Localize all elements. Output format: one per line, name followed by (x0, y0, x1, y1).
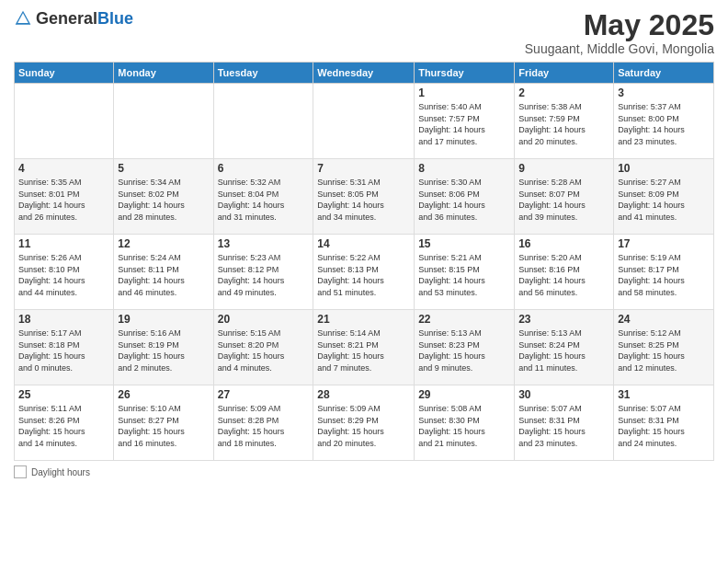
logo-general: General (36, 9, 97, 28)
day-detail: Sunrise: 5:16 AM Sunset: 8:19 PM Dayligh… (118, 327, 209, 373)
calendar-cell: 19Sunrise: 5:16 AM Sunset: 8:19 PM Dayli… (114, 310, 213, 385)
day-number: 28 (317, 388, 410, 401)
day-number: 23 (518, 313, 609, 326)
calendar-header-saturday: Saturday (614, 63, 714, 84)
day-number: 18 (18, 313, 109, 326)
day-number: 1 (418, 86, 510, 99)
day-detail: Sunrise: 5:13 AM Sunset: 8:23 PM Dayligh… (418, 327, 510, 373)
day-number: 14 (317, 237, 410, 250)
logo-blue: Blue (97, 9, 133, 28)
calendar-cell: 31Sunrise: 5:07 AM Sunset: 8:31 PM Dayli… (614, 385, 714, 461)
calendar-header-monday: Monday (114, 63, 213, 84)
day-detail: Sunrise: 5:40 AM Sunset: 7:57 PM Dayligh… (418, 101, 510, 147)
day-number: 17 (618, 237, 710, 250)
day-number: 26 (118, 388, 209, 401)
day-number: 13 (218, 237, 310, 250)
calendar-cell: 7Sunrise: 5:31 AM Sunset: 8:05 PM Daylig… (313, 159, 415, 235)
day-detail: Sunrise: 5:24 AM Sunset: 8:11 PM Dayligh… (118, 252, 209, 298)
day-detail: Sunrise: 5:20 AM Sunset: 8:16 PM Dayligh… (518, 252, 609, 298)
subtitle: Suugaant, Middle Govi, Mongolia (525, 41, 714, 56)
day-detail: Sunrise: 5:07 AM Sunset: 8:31 PM Dayligh… (518, 403, 609, 449)
day-detail: Sunrise: 5:37 AM Sunset: 8:00 PM Dayligh… (618, 101, 710, 147)
calendar-cell: 27Sunrise: 5:09 AM Sunset: 8:28 PM Dayli… (213, 385, 313, 461)
day-detail: Sunrise: 5:28 AM Sunset: 8:07 PM Dayligh… (518, 177, 609, 223)
day-detail: Sunrise: 5:17 AM Sunset: 8:18 PM Dayligh… (18, 327, 109, 373)
day-detail: Sunrise: 5:32 AM Sunset: 8:04 PM Dayligh… (218, 177, 310, 223)
calendar-cell: 4Sunrise: 5:35 AM Sunset: 8:01 PM Daylig… (15, 159, 114, 235)
day-number: 6 (218, 162, 310, 175)
calendar-cell: 21Sunrise: 5:14 AM Sunset: 8:21 PM Dayli… (313, 310, 415, 385)
day-number: 29 (418, 388, 510, 401)
day-detail: Sunrise: 5:31 AM Sunset: 8:05 PM Dayligh… (317, 177, 410, 223)
logo: GeneralBlue (14, 9, 133, 28)
calendar-week-2: 4Sunrise: 5:35 AM Sunset: 8:01 PM Daylig… (15, 159, 714, 235)
day-number: 9 (518, 162, 609, 175)
calendar-cell: 17Sunrise: 5:19 AM Sunset: 8:17 PM Dayli… (614, 235, 714, 310)
calendar-week-4: 18Sunrise: 5:17 AM Sunset: 8:18 PM Dayli… (15, 310, 714, 385)
day-number: 4 (18, 162, 109, 175)
day-number: 15 (418, 237, 510, 250)
day-number: 27 (218, 388, 310, 401)
day-detail: Sunrise: 5:11 AM Sunset: 8:26 PM Dayligh… (18, 403, 109, 449)
calendar-cell: 13Sunrise: 5:23 AM Sunset: 8:12 PM Dayli… (213, 235, 313, 310)
day-number: 12 (118, 237, 209, 250)
logo-text: GeneralBlue (36, 10, 133, 27)
calendar-cell: 16Sunrise: 5:20 AM Sunset: 8:16 PM Dayli… (515, 235, 614, 310)
calendar-cell: 3Sunrise: 5:37 AM Sunset: 8:00 PM Daylig… (614, 84, 714, 159)
footer: Daylight hours (14, 465, 714, 478)
calendar-table: SundayMondayTuesdayWednesdayThursdayFrid… (14, 62, 714, 461)
calendar-cell: 10Sunrise: 5:27 AM Sunset: 8:09 PM Dayli… (614, 159, 714, 235)
header: GeneralBlue May 2025 Suugaant, Middle Go… (14, 9, 714, 56)
day-detail: Sunrise: 5:09 AM Sunset: 8:29 PM Dayligh… (317, 403, 410, 449)
calendar-cell: 20Sunrise: 5:15 AM Sunset: 8:20 PM Dayli… (213, 310, 313, 385)
day-detail: Sunrise: 5:27 AM Sunset: 8:09 PM Dayligh… (618, 177, 710, 223)
day-number: 31 (618, 388, 710, 401)
calendar-header-friday: Friday (515, 63, 614, 84)
calendar-week-1: 1Sunrise: 5:40 AM Sunset: 7:57 PM Daylig… (15, 84, 714, 159)
daylight-label: Daylight hours (31, 467, 90, 477)
calendar-cell: 11Sunrise: 5:26 AM Sunset: 8:10 PM Dayli… (15, 235, 114, 310)
day-detail: Sunrise: 5:08 AM Sunset: 8:30 PM Dayligh… (418, 403, 510, 449)
day-number: 11 (18, 237, 109, 250)
day-detail: Sunrise: 5:22 AM Sunset: 8:13 PM Dayligh… (317, 252, 410, 298)
calendar-cell: 1Sunrise: 5:40 AM Sunset: 7:57 PM Daylig… (415, 84, 515, 159)
calendar-cell: 28Sunrise: 5:09 AM Sunset: 8:29 PM Dayli… (313, 385, 415, 461)
calendar-cell (114, 84, 213, 159)
day-detail: Sunrise: 5:21 AM Sunset: 8:15 PM Dayligh… (418, 252, 510, 298)
calendar-cell: 15Sunrise: 5:21 AM Sunset: 8:15 PM Dayli… (415, 235, 515, 310)
calendar-header-thursday: Thursday (415, 63, 515, 84)
day-number: 21 (317, 313, 410, 326)
day-detail: Sunrise: 5:30 AM Sunset: 8:06 PM Dayligh… (418, 177, 510, 223)
calendar-header-sunday: Sunday (15, 63, 114, 84)
calendar-cell: 23Sunrise: 5:13 AM Sunset: 8:24 PM Dayli… (515, 310, 614, 385)
day-detail: Sunrise: 5:09 AM Sunset: 8:28 PM Dayligh… (218, 403, 310, 449)
calendar-cell: 6Sunrise: 5:32 AM Sunset: 8:04 PM Daylig… (213, 159, 313, 235)
main-title: May 2025 (525, 9, 714, 41)
calendar-cell: 25Sunrise: 5:11 AM Sunset: 8:26 PM Dayli… (15, 385, 114, 461)
calendar-cell: 30Sunrise: 5:07 AM Sunset: 8:31 PM Dayli… (515, 385, 614, 461)
day-number: 25 (18, 388, 109, 401)
day-number: 7 (317, 162, 410, 175)
calendar-cell: 5Sunrise: 5:34 AM Sunset: 8:02 PM Daylig… (114, 159, 213, 235)
calendar-cell: 8Sunrise: 5:30 AM Sunset: 8:06 PM Daylig… (415, 159, 515, 235)
day-number: 8 (418, 162, 510, 175)
calendar-week-3: 11Sunrise: 5:26 AM Sunset: 8:10 PM Dayli… (15, 235, 714, 310)
day-number: 5 (118, 162, 209, 175)
day-number: 19 (118, 313, 209, 326)
day-detail: Sunrise: 5:14 AM Sunset: 8:21 PM Dayligh… (317, 327, 410, 373)
day-number: 22 (418, 313, 510, 326)
calendar-cell: 22Sunrise: 5:13 AM Sunset: 8:23 PM Dayli… (415, 310, 515, 385)
calendar-cell: 14Sunrise: 5:22 AM Sunset: 8:13 PM Dayli… (313, 235, 415, 310)
day-detail: Sunrise: 5:07 AM Sunset: 8:31 PM Dayligh… (618, 403, 710, 449)
daylight-box-icon (14, 465, 27, 478)
calendar-week-5: 25Sunrise: 5:11 AM Sunset: 8:26 PM Dayli… (15, 385, 714, 461)
calendar-cell: 29Sunrise: 5:08 AM Sunset: 8:30 PM Dayli… (415, 385, 515, 461)
day-detail: Sunrise: 5:12 AM Sunset: 8:25 PM Dayligh… (618, 327, 710, 373)
calendar-cell (213, 84, 313, 159)
day-number: 3 (618, 86, 710, 99)
calendar-cell: 12Sunrise: 5:24 AM Sunset: 8:11 PM Dayli… (114, 235, 213, 310)
day-detail: Sunrise: 5:19 AM Sunset: 8:17 PM Dayligh… (618, 252, 710, 298)
calendar-cell (313, 84, 415, 159)
calendar-cell (15, 84, 114, 159)
calendar-header-tuesday: Tuesday (213, 63, 313, 84)
